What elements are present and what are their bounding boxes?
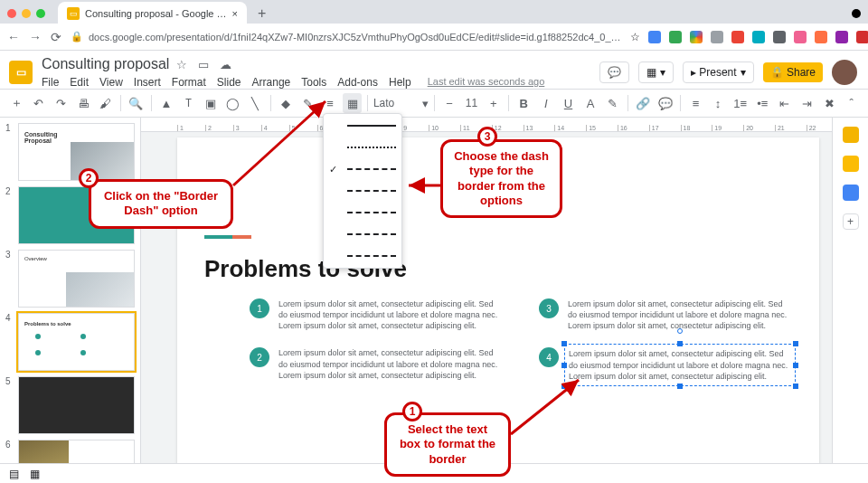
list-item[interactable]: 1 Lorem ipsum dolor sit amet, consectetu… [250, 298, 503, 331]
fullscreen-window-icon[interactable] [36, 9, 45, 18]
extension-icon[interactable] [669, 31, 682, 43]
menu-help[interactable]: Help [389, 76, 411, 89]
menu-slide[interactable]: Slide [217, 76, 241, 89]
bulleted-list-button[interactable]: •≡ [753, 93, 772, 113]
close-window-icon[interactable] [7, 9, 16, 18]
calendar-icon[interactable] [843, 127, 859, 143]
slide-thumbnail-4[interactable]: Problems to solve [18, 313, 135, 371]
line-spacing-button[interactable]: ↕ [709, 93, 728, 113]
slideshow-button[interactable]: ▦ ▾ [638, 62, 674, 83]
back-button[interactable]: ← [7, 30, 20, 44]
tab-close-icon[interactable]: × [232, 8, 238, 19]
align-button[interactable]: ≡ [686, 93, 705, 113]
resize-handle[interactable] [561, 363, 567, 368]
paint-format-button[interactable]: 🖌 [96, 93, 115, 113]
list-item[interactable]: 2 Lorem ipsum dolor sit amet, consectetu… [250, 347, 503, 382]
resize-handle[interactable] [677, 384, 683, 389]
fill-color-button[interactable]: ◆ [277, 93, 296, 113]
extension-icon[interactable] [856, 31, 868, 43]
address-bar[interactable]: 🔒 docs.google.com/presentation/d/1fniI24… [71, 31, 621, 43]
forward-button[interactable]: → [29, 30, 42, 44]
dash-option-short-dash[interactable]: ✓ [329, 163, 396, 175]
slide-thumbnail-3[interactable]: Overview [18, 250, 135, 308]
menu-view[interactable]: View [99, 76, 123, 89]
dash-option-dotted[interactable] [329, 141, 396, 154]
print-button[interactable]: 🖶 [74, 93, 93, 113]
selected-textbox[interactable]: Lorem ipsum dolor sit amet, consectetur … [564, 344, 796, 385]
resize-handle[interactable] [793, 363, 798, 368]
resize-handle[interactable] [677, 341, 683, 346]
resize-handle[interactable] [793, 341, 798, 346]
star-icon[interactable]: ☆ [630, 31, 640, 43]
filmstrip-view-icon[interactable]: ▤ [9, 468, 19, 480]
slides-logo-icon[interactable]: ▭ [9, 61, 33, 84]
bold-button[interactable]: B [514, 93, 533, 113]
font-size-input[interactable]: 11 [462, 97, 480, 109]
increase-indent-button[interactable]: ⇥ [797, 93, 816, 113]
new-tab-button[interactable]: + [258, 5, 266, 22]
present-button[interactable]: ▸ Present ▾ [683, 62, 754, 83]
extension-icon[interactable] [731, 31, 744, 43]
dash-option-long-dash[interactable] [329, 206, 396, 219]
toolbar-overflow-button[interactable]: ˆ [842, 93, 861, 113]
grid-view-icon[interactable]: ▦ [30, 468, 40, 480]
clear-formatting-button[interactable]: ✖ [820, 93, 839, 113]
font-family-select[interactable]: Lato [373, 97, 419, 109]
resize-handle[interactable] [793, 384, 798, 389]
extension-icon[interactable] [835, 31, 848, 43]
account-dot-icon[interactable] [852, 9, 861, 18]
cloud-status-icon[interactable]: ☁ [220, 58, 235, 71]
menu-addons[interactable]: Add-ons [337, 76, 378, 89]
dash-option-long-short[interactable] [329, 228, 396, 241]
extension-icon[interactable] [815, 31, 827, 43]
text-color-button[interactable]: A [581, 93, 600, 113]
extension-icon[interactable] [690, 31, 703, 43]
share-button[interactable]: 🔒 Share [763, 62, 823, 82]
decrease-indent-button[interactable]: ⇤ [776, 93, 795, 113]
resize-handle[interactable] [561, 341, 567, 346]
underline-button[interactable]: U [559, 93, 578, 113]
minimize-window-icon[interactable] [22, 9, 31, 18]
border-color-button[interactable]: ✎ [298, 93, 317, 113]
border-weight-button[interactable]: ≡ [321, 93, 340, 113]
rotate-handle[interactable] [677, 328, 683, 334]
insert-comment-button[interactable]: 💬 [656, 93, 675, 113]
shape-tool[interactable]: ◯ [223, 93, 242, 113]
menu-arrange[interactable]: Arrange [252, 76, 291, 89]
dash-option-solid[interactable] [329, 119, 396, 132]
star-document-icon[interactable]: ☆ [176, 58, 191, 71]
extension-icon[interactable] [711, 31, 723, 43]
list-item[interactable]: 3 Lorem ipsum dolor sit amet, consectetu… [539, 298, 792, 331]
extension-icon[interactable] [648, 31, 661, 43]
add-addon-icon[interactable]: + [843, 213, 859, 230]
extension-icon[interactable] [752, 31, 765, 43]
slide-thumbnail-5[interactable] [18, 376, 135, 434]
move-document-icon[interactable]: ▭ [198, 58, 212, 71]
window-controls[interactable] [7, 9, 45, 18]
textbox-tool[interactable]: Ｔ [179, 93, 198, 113]
list-item[interactable]: 4 Lorem ipsum dolor sit amet, consectetu… [539, 347, 792, 382]
italic-button[interactable]: I [537, 93, 556, 113]
select-tool[interactable]: ▲ [157, 93, 176, 113]
increase-font-button[interactable]: + [484, 93, 503, 113]
resize-handle[interactable] [561, 384, 567, 389]
menu-insert[interactable]: Insert [134, 76, 161, 89]
undo-button[interactable]: ↶ [30, 93, 49, 113]
comment-history-button[interactable]: 💬 [599, 62, 629, 83]
last-edit-link[interactable]: Last edit was seconds ago [428, 76, 545, 89]
new-slide-button[interactable]: ＋ [7, 93, 26, 113]
account-avatar[interactable] [832, 60, 857, 85]
line-tool[interactable]: ╲ [246, 93, 265, 113]
decrease-font-button[interactable]: − [440, 93, 459, 113]
image-tool[interactable]: ▣ [202, 93, 221, 113]
highlight-button[interactable]: ✎ [603, 93, 622, 113]
extension-icon[interactable] [794, 31, 807, 43]
menu-tools[interactable]: Tools [301, 76, 326, 89]
border-dash-button[interactable]: ▦ [343, 93, 362, 113]
menu-file[interactable]: File [42, 76, 59, 89]
menu-format[interactable]: Format [172, 76, 206, 89]
zoom-button[interactable]: 🔍 [127, 93, 146, 113]
slide-thumbnail-1[interactable]: Consulting Proposal [18, 123, 135, 181]
dash-option-dash[interactable] [329, 185, 396, 197]
tasks-icon[interactable] [843, 185, 859, 201]
